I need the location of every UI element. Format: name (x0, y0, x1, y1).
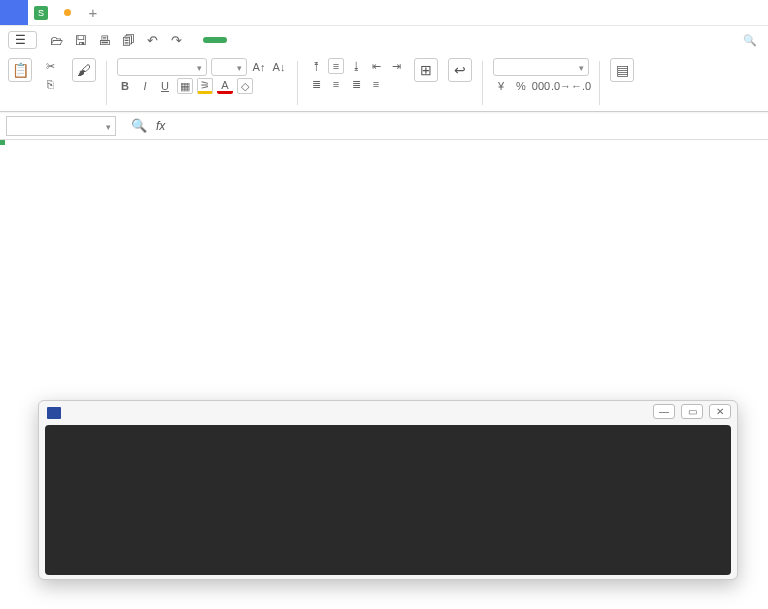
on-screen-keyboard-window[interactable]: — ▭ ✕ (38, 400, 738, 580)
font-size-select[interactable] (211, 58, 247, 76)
merge-icon: ⊞ (414, 58, 438, 82)
copy-icon: ⎘ (42, 76, 58, 92)
currency-icon[interactable]: ¥ (493, 78, 509, 94)
number-format-select[interactable] (493, 58, 589, 76)
tab-home[interactable] (203, 37, 227, 43)
print-icon[interactable]: 🖶 (95, 31, 113, 49)
tab-insert[interactable] (233, 37, 249, 43)
undo-icon[interactable]: ↶ (143, 31, 161, 49)
osk-body (45, 425, 731, 575)
align-top-icon[interactable]: ⭱ (308, 58, 324, 74)
tab-tools[interactable] (365, 37, 381, 43)
align-group: ⭱ ≡ ⭳ ⇤ ⇥ ≣ ≡ ≣ ≡ (308, 58, 404, 92)
tab-layout[interactable] (255, 37, 271, 43)
bold-icon[interactable]: B (117, 78, 133, 94)
osk-min-button[interactable]: — (653, 404, 675, 419)
cond-format-icon: ▤ (610, 58, 634, 82)
formula-input[interactable] (173, 119, 768, 133)
fx-icon[interactable]: fx (156, 119, 165, 133)
wrap-icon: ↩ (448, 58, 472, 82)
keyboard-icon (47, 407, 61, 419)
tab-review[interactable] (321, 37, 337, 43)
redo-icon[interactable]: ↷ (167, 31, 185, 49)
document-tab[interactable]: S (28, 0, 81, 25)
decrease-font-icon[interactable]: A↓ (271, 59, 287, 75)
save-icon[interactable]: 🖫 (71, 31, 89, 49)
preview-icon[interactable]: 🗐 (119, 31, 137, 49)
font-group: A↑ A↓ B I U ▦ ⚞ A ◇ (117, 58, 287, 94)
name-box[interactable] (6, 116, 116, 136)
osk-close-button[interactable]: ✕ (709, 404, 731, 419)
formula-bar: 🔍 fx (0, 112, 768, 140)
search-hint[interactable] (743, 34, 760, 47)
align-left-icon[interactable]: ≣ (308, 76, 324, 92)
font-name-select[interactable] (117, 58, 207, 76)
italic-icon[interactable]: I (137, 78, 153, 94)
menu-button[interactable] (8, 31, 37, 49)
indent-inc-icon[interactable]: ⇥ (388, 58, 404, 74)
osk-titlebar[interactable]: — ▭ ✕ (39, 401, 737, 425)
dec-inc-icon[interactable]: .0→ (553, 78, 569, 94)
unsaved-dot-icon (64, 9, 71, 16)
osk-max-button[interactable]: ▭ (681, 404, 703, 419)
cutcopy-group: ✂ ⎘ (42, 58, 62, 92)
painter-group[interactable]: 🖌 (72, 58, 96, 93)
wrap-group[interactable]: ↩ (448, 58, 472, 93)
align-center-icon[interactable]: ≡ (328, 76, 344, 92)
fill-color-icon[interactable]: ⚞ (197, 78, 213, 94)
painter-icon: 🖌 (72, 58, 96, 82)
justify-icon[interactable]: ≡ (368, 76, 384, 92)
titlebar: S + (0, 0, 768, 26)
cut-icon: ✂ (42, 58, 58, 74)
align-bottom-icon[interactable]: ⭳ (348, 58, 364, 74)
border-icon[interactable]: ▦ (177, 78, 193, 94)
underline-icon[interactable]: U (157, 78, 173, 94)
clear-format-icon[interactable]: ◇ (237, 78, 253, 94)
app-name (0, 0, 28, 25)
font-color-icon[interactable]: A (217, 78, 233, 94)
merge-group[interactable]: ⊞ (414, 58, 438, 93)
selection-box (0, 140, 4, 144)
cond-group[interactable]: ▤ (610, 58, 634, 93)
align-mid-icon[interactable]: ≡ (328, 58, 344, 74)
comma-icon[interactable]: 000 (533, 78, 549, 94)
percent-icon[interactable]: % (513, 78, 529, 94)
quick-access-row: 🗁 🖫 🖶 🗐 ↶ ↷ (0, 26, 768, 54)
indent-dec-icon[interactable]: ⇤ (368, 58, 384, 74)
spreadsheet-icon: S (34, 6, 48, 20)
number-group: ¥ % 000 .0→ ←.0 (493, 58, 589, 94)
cancel-formula-icon[interactable]: 🔍 (130, 117, 148, 135)
paste-icon[interactable]: 📋 (8, 58, 32, 82)
tab-data[interactable] (299, 37, 315, 43)
tab-formulas[interactable] (277, 37, 293, 43)
paste-group: 📋 (8, 58, 32, 84)
copy-button[interactable]: ⎘ (42, 76, 62, 92)
dec-dec-icon[interactable]: ←.0 (573, 78, 589, 94)
ribbon: 📋 ✂ ⎘ 🖌 A↑ A↓ B I U ▦ ⚞ A ◇ ⭱ ≡ ⭳ (0, 54, 768, 112)
add-tab-button[interactable]: + (81, 0, 105, 25)
tab-view[interactable] (343, 37, 359, 43)
cut-button[interactable]: ✂ (42, 58, 62, 74)
fill-handle-icon[interactable] (0, 140, 5, 145)
align-right-icon[interactable]: ≣ (348, 76, 364, 92)
increase-font-icon[interactable]: A↑ (251, 59, 267, 75)
open-icon[interactable]: 🗁 (47, 31, 65, 49)
